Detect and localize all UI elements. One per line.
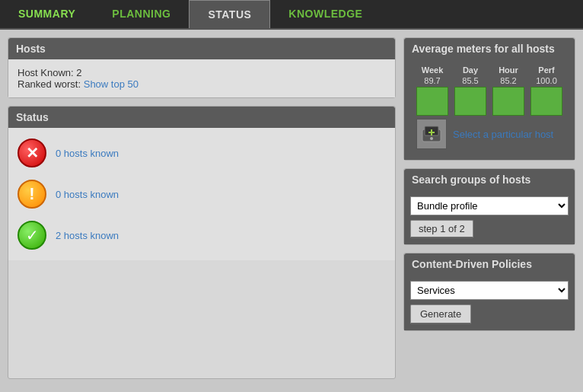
meter-day-label: Day [463,65,478,75]
nav-summary[interactable]: SUMMARY [0,0,94,28]
x-mark-icon: ✕ [26,145,39,161]
meter-perf-value: 100.0 [536,76,557,85]
status-section-label: Status [16,111,49,123]
meter-hour-label: Hour [499,65,518,75]
status-icon-red: ✕ [18,139,46,167]
meter-week-value: 89.7 [424,76,440,85]
left-panel: Hosts Host Known: 2 Ranked worst: Show t… [8,37,396,379]
main-layout: Hosts Host Known: 2 Ranked worst: Show t… [0,30,583,387]
meter-day: Day 85.5 [454,65,486,116]
meter-perf-label: Perf [538,65,554,75]
hosts-content: Host Known: 2 Ranked worst: Show top 50 [8,59,395,97]
generate-button[interactable]: Generate [410,304,471,324]
meter-perf: Perf 100.0 [530,65,562,116]
status-icon-green: ✓ [18,221,46,250]
cdp-header: Content-Driven Policies [404,253,575,275]
cdp-label: Content-Driven Policies [412,258,532,270]
ranked-worst-label: Ranked worst: [18,78,81,90]
nav-planning[interactable]: PLANNING [94,0,189,28]
status-content: ✕ 0 hosts known ! 0 hosts known ✓ 2 [8,128,395,260]
meter-day-bar [454,87,486,116]
status-row-orange: ! 0 hosts known [18,177,386,212]
nav-knowledge[interactable]: KNOWLEDGE [270,0,381,28]
avg-meters-label: Average meters for all hosts [412,43,555,55]
orange-hosts-link[interactable]: 0 hosts known [56,189,119,200]
nav-status[interactable]: STATUS [189,0,270,28]
avg-meters-header: Average meters for all hosts [404,38,575,59]
host-select-icon-svg [421,123,442,145]
step-button[interactable]: step 1 of 2 [410,220,473,238]
exclamation-icon: ! [29,186,34,202]
cdp-content: Services Generate [404,275,575,330]
green-hosts-link[interactable]: 2 hosts known [56,230,119,241]
search-groups-content: Bundle profile step 1 of 2 [404,190,575,244]
select-host-link[interactable]: Select a particular host [453,129,553,140]
meters-grid: Week 89.7 Day 85.5 Hour 85.2 [410,65,569,116]
cdp-services-select[interactable]: Services [410,281,569,300]
meter-week: Week 89.7 [416,65,448,116]
avg-meters-content: Week 89.7 Day 85.5 Hour 85.2 [404,59,575,160]
meter-hour: Hour 85.2 [492,65,524,116]
status-icon-orange: ! [18,180,46,209]
right-panel: Average meters for all hosts Week 89.7 D… [403,37,575,379]
search-groups-label: Search groups of hosts [412,174,530,186]
status-box: Status ✕ 0 hosts known ! 0 hosts known [8,106,396,379]
meter-perf-bar [530,87,562,116]
cdp-box: Content-Driven Policies Services Generat… [403,253,575,331]
status-row-green: ✓ 2 hosts known [18,218,386,253]
bundle-profile-select[interactable]: Bundle profile [410,196,569,215]
cdp-select-row: Services [410,281,569,300]
search-groups-header: Search groups of hosts [404,169,575,190]
hosts-section-header: Hosts [8,38,395,59]
show-top-link[interactable]: Show top 50 [84,78,139,90]
checkmark-icon: ✓ [26,228,39,243]
status-row-red: ✕ 0 hosts known [18,135,386,171]
meter-hour-value: 85.2 [500,76,516,85]
meter-week-label: Week [422,65,444,75]
host-known-text: Host Known: 2 [18,67,386,78]
meter-day-value: 85.5 [462,76,478,85]
select-host-icon [416,119,447,149]
avg-meters-box: Average meters for all hosts Week 89.7 D… [403,37,575,161]
search-groups-box: Search groups of hosts Bundle profile st… [403,168,575,245]
status-section-header: Status [8,107,395,128]
meter-week-bar [416,87,448,116]
select-host-row: Select a particular host [410,116,569,154]
meter-hour-bar [492,87,524,116]
hosts-section-label: Hosts [16,43,46,55]
hosts-box: Hosts Host Known: 2 Ranked worst: Show t… [8,37,396,98]
ranked-worst-row: Ranked worst: Show top 50 [18,78,386,90]
red-hosts-link[interactable]: 0 hosts known [56,148,119,159]
svg-point-2 [430,137,433,140]
top-nav: SUMMARY PLANNING STATUS KNOWLEDGE [0,0,583,30]
